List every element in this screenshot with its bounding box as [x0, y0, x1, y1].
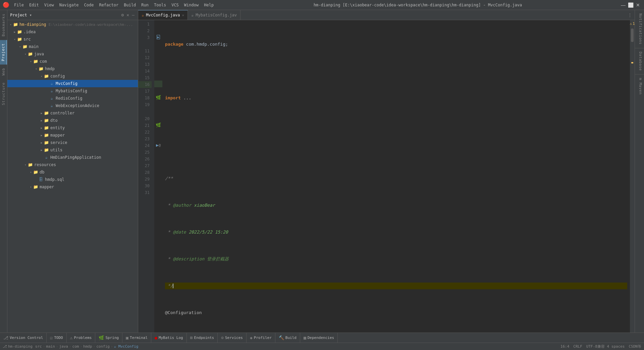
menu-window[interactable]: Window — [182, 2, 201, 8]
breadcrumb-mvcconfig[interactable]: ☕ MvcConfig — [114, 344, 139, 349]
menu-code[interactable]: Code — [82, 2, 96, 8]
 — [34, 178, 38, 182]
tree-resources[interactable]: ▾ 📁 resources — [7, 161, 138, 168]
db-label: db — [40, 170, 44, 174]
hmdp-folder-icon: 📁 — [38, 66, 44, 71]
project-header-controls[interactable]: ⚙ ✕ — — [121, 12, 135, 18]
menu-edit[interactable]: Edit — [27, 2, 41, 8]
settings-icon[interactable]: ⚙ — [121, 12, 125, 18]
spring-gutter-18[interactable]: 🌿 — [154, 94, 162, 101]
minimize-button[interactable]: — — [620, 2, 627, 8]
tree-config[interactable]: ▾ 📁 config — [7, 72, 138, 80]
tree-controller[interactable]: ▶ 📁 controller — [7, 109, 138, 117]
line-num-22: 22 — [138, 129, 152, 136]
tree-redisconfig[interactable]: ☕ RedisConfig — [7, 95, 138, 102]
toolbar-build[interactable]: 🔨 Build — [275, 333, 300, 343]
tree-sql[interactable]: 🗄 hmdp.sql — [7, 176, 138, 183]
toolbar-version-control[interactable]: ⎇ Version Control — [0, 333, 47, 343]
tree-webexception[interactable]: ☕ WebExceptionAdvice — [7, 102, 138, 109]
impl-gutter-24[interactable]: ▶ @ — [154, 142, 162, 148]
tab-mvcconfig[interactable]: ☕ MvcConfig.java ✕ — [138, 10, 188, 20]
toolbar-endpoints[interactable]: ⊞ Endpoints — [187, 333, 218, 343]
tree-entity[interactable]: ▶ 📁 entity — [7, 124, 138, 132]
toolbar-terminal[interactable]: ▣ Terminal — [122, 333, 151, 343]
menu-bar[interactable]: File Edit View Navigate Code Refactor Bu… — [12, 2, 216, 8]
tree-utils[interactable]: ▶ 📁 utils — [7, 146, 138, 154]
sidebar-tab-project[interactable]: Project — [0, 40, 7, 64]
status-charset[interactable]: UTF-8兼容 4 spaces — [586, 344, 625, 349]
right-tab-database[interactable]: Database — [635, 48, 644, 74]
menu-tools[interactable]: Tools — [152, 2, 168, 8]
status-encoding[interactable]: CRLF — [573, 344, 582, 349]
code-content[interactable]: package com.hmdp.config; import ... /** … — [162, 20, 630, 333]
maximize-button[interactable]: ⬜ — [627, 2, 634, 8]
breadcrumb-com[interactable]: com — [72, 344, 79, 349]
src-arrow: ▾ — [13, 37, 17, 41]
mvcconfig-class-icon: ☕ — [49, 81, 54, 86]
tree-mvcconfig[interactable]: ☕ MvcConfig — [7, 80, 138, 87]
breadcrumb-config[interactable]: config — [96, 344, 110, 349]
main-folder-icon: 📁 — [22, 44, 28, 49]
tab-mvcconfig-close[interactable]: ✕ — [182, 13, 184, 17]
tree-dto[interactable]: ▶ 📁 dto — [7, 117, 138, 124]
tree-mybatisconfig[interactable]: ☕ MybatisConfig — [7, 87, 138, 95]
tree-mapper[interactable]: ▶ 📁 mapper — [7, 132, 138, 139]
toolbar-problems[interactable]: ⚠ Problems — [67, 333, 96, 343]
menu-view[interactable]: View — [42, 2, 56, 8]
tree-idea[interactable]: ▶ 📁 .idea — [7, 28, 138, 36]
menu-build[interactable]: Build — [122, 2, 138, 8]
dependencies-label: Dependencies — [308, 336, 334, 340]
sidebar-tab-structure[interactable]: Structure — [0, 79, 7, 109]
tree-java[interactable]: ▾ 📁 java — [7, 50, 138, 58]
close-panel-icon[interactable]: ✕ — [126, 12, 130, 18]
menu-refactor[interactable]: Refactor — [97, 2, 120, 8]
breadcrumb-src[interactable]: src — [35, 344, 42, 349]
menu-navigate[interactable]: Navigate — [57, 2, 81, 8]
close-button[interactable]: ✕ — [635, 2, 641, 8]
collapse-indicator-3[interactable]: ▶ — [154, 34, 162, 40]
mapper-arrow: ▶ — [40, 133, 44, 137]
minimize-panel-icon[interactable]: — — [131, 12, 135, 18]
status-branch[interactable]: ⎇ hm-dianping — [3, 344, 33, 349]
menu-help[interactable]: Help — [202, 2, 216, 8]
sidebar-tab-bookmarks[interactable]: Bookmarks — [0, 10, 7, 40]
menu-run[interactable]: Run — [139, 2, 151, 8]
breadcrumb-hmdp[interactable]: hmdp — [83, 344, 92, 349]
sidebar-tab-web[interactable]: Web — [0, 64, 7, 79]
tab-mybatisconfig[interactable]: ☕ MybatisConfig.jav — [188, 10, 240, 20]
mapper-folder-icon: 📁 — [44, 133, 49, 138]
toolbar-mybatis-log[interactable]: ● MyBatis Log — [151, 333, 187, 343]
line-num-3: 3 — [138, 34, 152, 41]
spring-gutter-21[interactable]: 🌿 — [154, 121, 162, 128]
breadcrumb-main[interactable]: main — [46, 344, 55, 349]
tree-db[interactable]: ▾ 📁 db — [7, 168, 138, 176]
csdn-link[interactable]: CSDN等 — [629, 344, 642, 349]
menu-file[interactable]: File — [12, 2, 26, 8]
scroll-thumb[interactable] — [631, 29, 634, 42]
toolbar-services[interactable]: ⊙ Services — [218, 333, 247, 343]
com-arrow: ▾ — [29, 59, 33, 63]
window-controls[interactable]: — ⬜ ✕ — [620, 2, 641, 8]
tree-hmdp[interactable]: ▾ 📁 hmdp — [7, 65, 138, 72]
resources-folder-icon: 📁 — [28, 162, 33, 167]
right-tab-maven[interactable]: m Maven — [635, 74, 644, 98]
tree-com[interactable]: ▾ 📁 com — [7, 58, 138, 65]
tree-mapper-resources[interactable]: ▾ 📁 mapper — [7, 183, 138, 191]
status-position[interactable]: 16:4 — [560, 344, 570, 349]
tree-main[interactable]: ▾ 📁 main — [7, 43, 138, 50]
toolbar-spring[interactable]: 🌿 Spring — [95, 333, 122, 343]
tree-root[interactable]: ▾ 📁 hm-dianping E:\xiaobear-code\idea-wo… — [7, 21, 138, 28]
toolbar-profiler[interactable]: ◈ Profiler — [247, 333, 275, 343]
tree-application[interactable]: ☕ HmDianPingApplication — [7, 154, 138, 161]
tree-service[interactable]: ▶ 📁 service — [7, 139, 138, 146]
warning-indicator: ⚠ 1 — [630, 21, 635, 27]
toolbar-dependencies[interactable]: ▦ Dependencies — [300, 333, 338, 343]
resources-label: resources — [34, 162, 56, 167]
breadcrumb-java[interactable]: java — [59, 344, 68, 349]
menu-vcs[interactable]: VCS — [169, 2, 181, 8]
right-tab-notifications[interactable]: Notifications — [635, 10, 644, 48]
mapper-res-folder-icon: 📁 — [33, 184, 38, 190]
tab-more-button[interactable]: ⋮ — [625, 10, 635, 20]
tree-src[interactable]: ▾ 📁 src — [7, 36, 138, 43]
toolbar-todo[interactable]: ☑ TODO — [47, 333, 66, 343]
